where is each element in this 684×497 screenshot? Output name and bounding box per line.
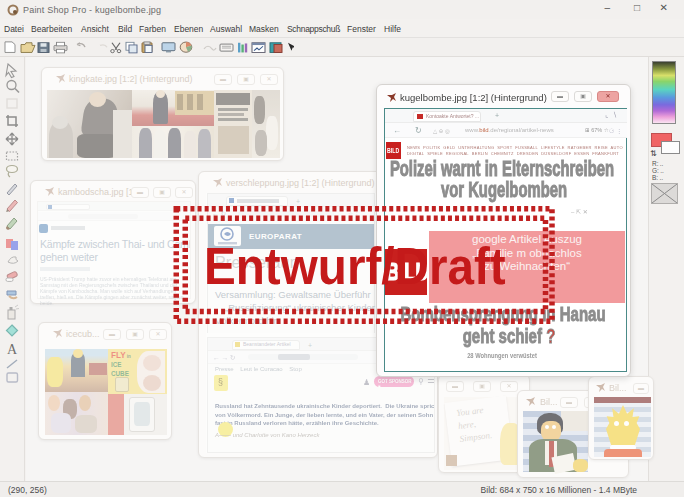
svg-text:A: A [7,342,18,357]
